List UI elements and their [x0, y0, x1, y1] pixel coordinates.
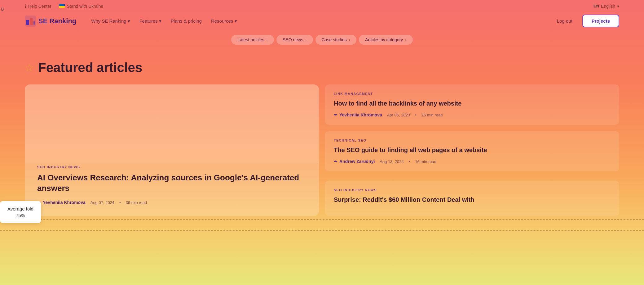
main-card-separator: • — [119, 200, 121, 205]
nav-resources[interactable]: Resources ▾ — [207, 16, 241, 26]
nav-why-se-ranking[interactable]: Why SE Ranking ▾ — [87, 16, 134, 26]
fold-tooltip-value: 75% — [7, 213, 33, 218]
pen-icon: ✒ — [334, 159, 337, 164]
tab-case-studies-label: Case studies — [322, 37, 347, 42]
side-card-1-category: LINK MANAGEMENT — [334, 92, 611, 96]
pen-icon: ✒ — [334, 112, 337, 117]
logo-text: SE Ranking — [38, 17, 76, 25]
side-card-3[interactable]: SEO INDUSTRY NEWS Surprise: Reddit's $60… — [325, 181, 619, 216]
card-background — [25, 84, 319, 163]
side-card-2-author: Andrew Zarudnyi — [339, 159, 375, 164]
fold-line-bottom — [0, 230, 644, 231]
main-card-read-time: 36 min read — [126, 200, 147, 205]
fold-number: 0 — [0, 6, 5, 12]
main-card-title: AI Overviews Research: Analyzing sources… — [37, 173, 307, 194]
tab-seo-news-label: SEO news — [283, 37, 303, 42]
svg-rect-2 — [30, 18, 33, 25]
chevron-down-icon: ↓ — [266, 38, 268, 42]
side-card-1-date: Apr 06, 2023 — [387, 113, 410, 117]
ukraine-label: Stand with Ukraine — [67, 4, 104, 9]
logout-button[interactable]: Log out — [552, 16, 577, 26]
nav-features[interactable]: Features ▾ — [136, 16, 165, 26]
featured-header: ☆ Featured articles — [25, 60, 619, 75]
chevron-down-icon: ↓ — [349, 38, 351, 42]
svg-rect-3 — [33, 21, 35, 25]
featured-main-card[interactable]: SEO INDUSTRY NEWS AI Overviews Research:… — [25, 84, 319, 216]
side-card-2-read-time: 16 min read — [415, 159, 436, 164]
lang-code: EN — [593, 4, 599, 8]
side-card-2-title: The SEO guide to finding all web pages o… — [334, 146, 611, 154]
side-card-1-read-time: 25 min read — [421, 113, 443, 117]
featured-section: ☆ Featured articles SEO INDUSTRY NEWS AI… — [0, 51, 644, 216]
nav-why-se-ranking-label: Why SE Ranking — [91, 18, 126, 24]
info-icon: ℹ — [25, 4, 26, 9]
svg-rect-1 — [26, 20, 29, 25]
logo[interactable]: SE Ranking — [25, 16, 76, 27]
featured-right-cards: LINK MANAGEMENT How to find all the back… — [325, 84, 619, 216]
tab-case-studies[interactable]: Case studies ↓ — [315, 35, 356, 45]
fold-line-top — [0, 219, 644, 220]
tab-articles-by-category[interactable]: Articles by category ↓ — [359, 35, 413, 45]
side-card-2-author-link[interactable]: ✒ Andrew Zarudnyi — [334, 159, 375, 164]
article-nav: Latest articles ↓ SEO news ↓ Case studie… — [0, 31, 644, 51]
star-icon: ☆ — [25, 62, 34, 74]
logo-icon — [25, 16, 36, 27]
side-card-3-category: SEO INDUSTRY NEWS — [334, 188, 611, 192]
fold-tooltip-label: Average fold — [7, 206, 33, 211]
tab-seo-news[interactable]: SEO news ↓ — [276, 35, 313, 45]
main-card-category: SEO INDUSTRY NEWS — [37, 165, 307, 169]
featured-title: Featured articles — [38, 60, 142, 75]
help-center-link[interactable]: ℹ Help Center — [25, 4, 51, 9]
utility-links: ℹ Help Center 🇺🇦 Stand with Ukraine — [25, 3, 103, 9]
ukraine-flag-icon: 🇺🇦 — [59, 3, 65, 9]
nav-left: SE Ranking Why SE Ranking ▾ Features ▾ P… — [25, 16, 241, 27]
tab-articles-by-category-label: Articles by category — [365, 37, 403, 42]
ukraine-link[interactable]: 🇺🇦 Stand with Ukraine — [59, 3, 104, 9]
chevron-down-icon: ▾ — [159, 18, 161, 24]
side-card-2-separator: • — [409, 159, 410, 164]
main-card-date: Aug 07, 2024 — [90, 200, 114, 205]
side-card-2-date: Aug 13, 2024 — [380, 159, 404, 164]
language-selector[interactable]: EN English ▾ — [593, 4, 619, 9]
nav-resources-label: Resources — [211, 18, 233, 24]
logo-ranking: Ranking — [47, 17, 76, 25]
tab-latest-articles-label: Latest articles — [237, 37, 264, 42]
featured-grid: SEO INDUSTRY NEWS AI Overviews Research:… — [25, 84, 619, 216]
side-card-1-author-link[interactable]: ✒ Yevheniia Khromova — [334, 112, 382, 117]
main-nav: SE Ranking Why SE Ranking ▾ Features ▾ P… — [0, 12, 644, 31]
chevron-down-icon: ▾ — [128, 18, 130, 24]
side-card-2-category: TECHNICAL SEO — [334, 138, 611, 142]
side-card-1-meta: ✒ Yevheniia Khromova Apr 06, 2023 • 25 m… — [334, 112, 611, 117]
side-card-2[interactable]: TECHNICAL SEO The SEO guide to finding a… — [325, 131, 619, 171]
projects-button[interactable]: Projects — [582, 15, 619, 27]
chevron-down-icon: ▾ — [617, 4, 619, 9]
side-card-3-title: Surprise: Reddit's $60 Million Content D… — [334, 196, 611, 204]
nav-features-label: Features — [139, 18, 158, 24]
nav-plans-pricing-label: Plans & pricing — [171, 18, 202, 24]
chevron-down-icon: ↓ — [305, 38, 307, 42]
lang-label: English — [601, 4, 615, 9]
main-card-author: Yevheniia Khromova — [43, 200, 86, 205]
nav-right: Log out Projects — [552, 15, 619, 27]
main-card-meta: ✒ Yevheniia Khromova Aug 07, 2024 • 36 m… — [37, 200, 307, 205]
side-card-1-title: How to find all the backlinks of any web… — [334, 99, 611, 107]
fold-tooltip: Average fold 75% — [0, 201, 41, 223]
help-center-label: Help Center — [28, 4, 51, 9]
chevron-down-icon: ↓ — [405, 38, 407, 42]
main-card-author-link[interactable]: ✒ Yevheniia Khromova — [37, 200, 86, 205]
side-card-2-meta: ✒ Andrew Zarudnyi Aug 13, 2024 • 16 min … — [334, 159, 611, 164]
main-card-content: SEO INDUSTRY NEWS AI Overviews Research:… — [37, 165, 307, 205]
side-card-1-separator: • — [415, 113, 417, 117]
tab-latest-articles[interactable]: Latest articles ↓ — [231, 35, 274, 45]
nav-links: Why SE Ranking ▾ Features ▾ Plans & pric… — [87, 16, 240, 26]
chevron-down-icon: ▾ — [235, 18, 237, 24]
side-card-1-author: Yevheniia Khromova — [339, 112, 382, 117]
logo-se: SE — [38, 17, 47, 25]
utility-bar: ℹ Help Center 🇺🇦 Stand with Ukraine EN E… — [0, 0, 644, 12]
side-card-1[interactable]: LINK MANAGEMENT How to find all the back… — [325, 84, 619, 125]
nav-plans-pricing[interactable]: Plans & pricing — [167, 16, 205, 25]
